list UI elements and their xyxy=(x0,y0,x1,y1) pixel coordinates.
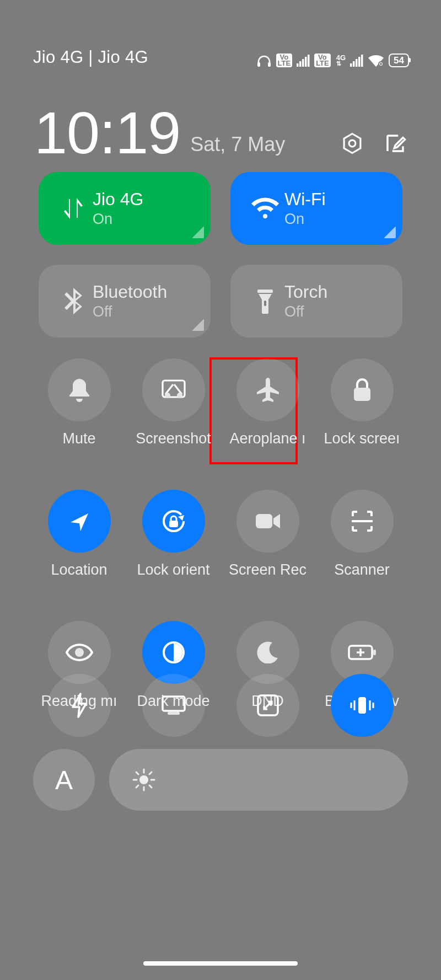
svg-point-17 xyxy=(165,393,170,398)
screenshot-label: Screenshot xyxy=(136,430,211,447)
settings-icon[interactable] xyxy=(341,132,364,155)
torch-state: Off xyxy=(284,303,327,320)
fourg-icon: 4G⇅ xyxy=(336,55,346,66)
wifi-icon xyxy=(246,197,284,219)
screen-rec-toggle[interactable]: Screen Rec xyxy=(221,490,315,598)
svg-point-13 xyxy=(349,140,356,147)
eye-icon xyxy=(66,644,93,661)
auto-brightness-button[interactable]: A xyxy=(33,749,95,811)
lock-screen-toggle[interactable]: Lock screeı xyxy=(315,358,409,467)
location-toggle[interactable]: Location xyxy=(33,490,126,598)
scanner-toggle[interactable]: Scanner xyxy=(315,490,409,598)
svg-rect-14 xyxy=(257,290,273,293)
location-arrow-icon xyxy=(68,510,90,532)
rotation-lock-icon xyxy=(160,507,187,535)
sun-icon xyxy=(132,768,155,791)
brightness-slider[interactable] xyxy=(109,749,408,811)
big-tiles: Jio 4G On Wi-Fi On Bluetooth Off Torch O… xyxy=(39,172,402,338)
resize-icon xyxy=(256,694,279,717)
svg-point-32 xyxy=(139,775,148,784)
brightness-row: A xyxy=(33,749,408,811)
svg-rect-15 xyxy=(264,301,266,306)
svg-rect-10 xyxy=(358,57,361,67)
wifi-tile[interactable]: Wi-Fi On xyxy=(230,172,402,245)
bell-icon xyxy=(67,377,92,403)
svg-point-18 xyxy=(177,393,182,398)
svg-rect-1 xyxy=(268,62,271,67)
moon-icon xyxy=(257,641,279,663)
screenshot-toggle[interactable]: Screenshot xyxy=(127,358,220,467)
qs-header: 10:19 Sat, 7 May xyxy=(34,85,407,163)
expand-triangle-icon xyxy=(192,226,204,238)
bolt-icon xyxy=(71,693,88,718)
edit-icon[interactable] xyxy=(384,132,407,155)
status-indicators: VoLTE VoLTE 4G⇅ 54 xyxy=(256,53,409,67)
volte2-icon: VoLTE xyxy=(314,53,331,67)
scanner-label: Scanner xyxy=(334,561,390,579)
mobile-data-icon xyxy=(54,196,93,221)
bluetooth-state: Off xyxy=(93,303,167,320)
svg-rect-29 xyxy=(168,712,180,715)
headphone-icon xyxy=(256,55,272,67)
aeroplane-toggle[interactable]: Aeroplane ı xyxy=(221,358,315,467)
cast-icon xyxy=(161,695,186,716)
floating-window-toggle[interactable] xyxy=(221,674,315,746)
lock-orient-label: Lock orient xyxy=(137,561,209,579)
svg-rect-8 xyxy=(353,61,355,67)
wifi-status-icon xyxy=(368,55,384,67)
video-icon xyxy=(255,512,281,531)
vibrate-toggle[interactable] xyxy=(315,674,409,746)
svg-rect-7 xyxy=(350,63,352,67)
screen-rec-label: Screen Rec xyxy=(229,561,306,579)
contrast-icon xyxy=(162,640,186,665)
svg-rect-31 xyxy=(358,697,366,714)
battery-plus-icon xyxy=(348,644,377,661)
wifi-label: Wi-Fi xyxy=(284,189,326,210)
bluetooth-icon xyxy=(54,288,93,314)
svg-line-40 xyxy=(136,785,138,788)
signal1-icon xyxy=(297,55,310,67)
expand-triangle-icon xyxy=(384,226,396,238)
svg-line-37 xyxy=(136,772,138,774)
lock-orient-toggle[interactable]: Lock orient xyxy=(127,490,220,598)
clock-group: 10:19 Sat, 7 May xyxy=(34,103,285,163)
clock-date: Sat, 7 May xyxy=(190,133,285,156)
mobile-data-label: Jio 4G xyxy=(93,189,143,210)
torch-tile[interactable]: Torch Off xyxy=(230,265,402,338)
bluetooth-tile[interactable]: Bluetooth Off xyxy=(39,265,211,338)
expand-triangle-icon xyxy=(192,319,204,331)
volte1-icon: VoLTE xyxy=(276,53,293,67)
status-bar: Jio 4G | Jio 4G VoLTE VoLTE 4G⇅ 54 xyxy=(0,0,441,77)
status-carrier: Jio 4G | Jio 4G xyxy=(33,47,148,67)
mute-label: Mute xyxy=(62,430,95,447)
clock-time: 10:19 xyxy=(34,103,180,163)
svg-line-39 xyxy=(149,772,152,774)
nav-handle[interactable] xyxy=(143,961,298,966)
svg-point-24 xyxy=(75,648,84,657)
svg-rect-28 xyxy=(163,697,185,711)
lock-screen-label: Lock screeı xyxy=(324,430,400,447)
svg-rect-4 xyxy=(302,59,304,67)
scissors-icon xyxy=(161,379,186,401)
flash-charge-toggle[interactable] xyxy=(33,674,126,746)
cast-toggle[interactable] xyxy=(127,674,220,746)
lock-icon xyxy=(352,378,373,402)
mobile-data-state: On xyxy=(93,211,143,228)
vibrate-icon xyxy=(347,695,377,716)
airplane-icon xyxy=(256,377,280,403)
mute-toggle[interactable]: Mute xyxy=(33,358,126,467)
location-label: Location xyxy=(51,561,107,579)
svg-rect-27 xyxy=(373,650,376,655)
scan-icon xyxy=(351,510,374,533)
svg-point-12 xyxy=(378,61,384,67)
torch-label: Torch xyxy=(284,282,327,302)
svg-rect-2 xyxy=(297,63,299,67)
svg-rect-11 xyxy=(361,55,363,67)
mobile-data-tile[interactable]: Jio 4G On xyxy=(39,172,211,245)
svg-rect-5 xyxy=(305,57,307,67)
svg-line-38 xyxy=(149,785,152,788)
torch-icon xyxy=(246,288,284,314)
svg-rect-6 xyxy=(308,55,310,67)
signal2-icon xyxy=(350,55,363,67)
wifi-state: On xyxy=(284,211,326,228)
